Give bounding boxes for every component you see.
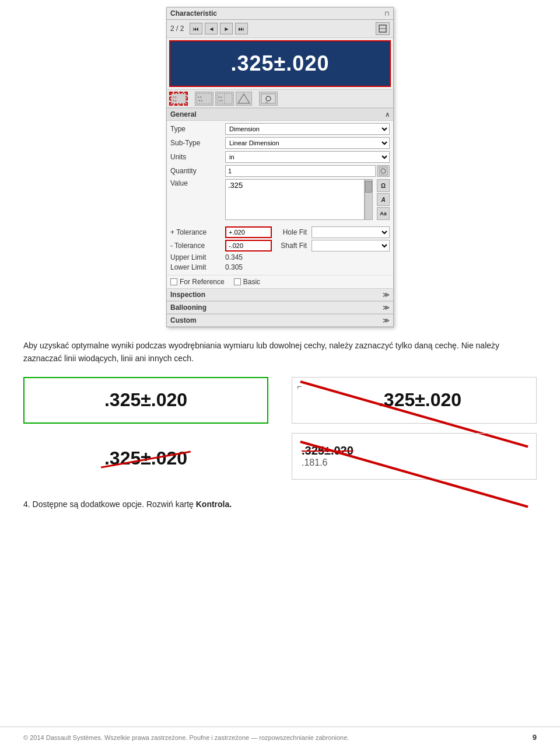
value-label: Value [170, 179, 223, 187]
for-reference-item: For Reference [170, 278, 225, 286]
hole-fit-select[interactable] [312, 226, 390, 238]
svg-text:+: + [265, 100, 268, 104]
shaft-fit-select[interactable] [312, 240, 390, 252]
basic-item: Basic [234, 278, 260, 286]
omega-btn[interactable]: Ω [377, 179, 390, 192]
panel-wrapper: Characteristic ⊓ 2 / 2 ⏮ ◄ ► ⏭ .325±.020… [0, 0, 560, 327]
subtype-label: Sub-Type [170, 139, 223, 147]
toolbar-icon-3[interactable]: x.x -x.x [215, 92, 234, 106]
subtype-select[interactable]: Linear Dimension [225, 137, 390, 149]
bad-bottom-right-line1: .325±.020 [302, 444, 527, 457]
toolbar-icon-2[interactable]: x.x -x.x [195, 92, 214, 106]
nav-extra-button[interactable] [376, 22, 390, 35]
nav-first-button[interactable]: ⏮ [190, 23, 202, 34]
example-left-column: .325±.020 .325±.020 [23, 377, 268, 482]
main-content: Aby uzyskać optymalne wyniki podczas wyo… [0, 327, 560, 530]
general-section-header[interactable]: General ∧ [167, 108, 393, 121]
value-scrollbar[interactable] [365, 179, 373, 220]
body-paragraph: Aby uzyskać optymalne wyniki podczas wyo… [23, 339, 537, 365]
type-select[interactable]: Dimension [225, 123, 390, 135]
examples-row: .325±.020 .325±.020 ⌐ .325±.020 [23, 377, 537, 482]
general-section-label: General [170, 110, 197, 118]
upper-limit-value: 0.345 [225, 253, 243, 261]
bad-example-bottom-left: .325±.020 [23, 435, 268, 482]
quantity-label: Quantity [170, 167, 223, 175]
plus-tolerance-label: + Tolerance [170, 228, 223, 236]
units-row: Units in [170, 151, 390, 163]
subtype-row: Sub-Type Linear Dimension [170, 137, 390, 149]
preview-dimension-text: .325±.020 [231, 51, 330, 76]
inspection-section-header[interactable]: Inspection ≫ [167, 288, 393, 301]
upper-limit-row: Upper Limit 0.345 [170, 253, 390, 261]
svg-text:-x.x: -x.x [198, 99, 203, 102]
quantity-input[interactable] [225, 165, 376, 177]
ballooning-collapse-arrow: ≫ [383, 304, 390, 312]
value-row: Value .325 Ω A Aa [170, 179, 390, 220]
ballooning-section-header[interactable]: Ballooning ≫ [167, 301, 393, 314]
step4-bold-text: Kontrola. [196, 499, 232, 509]
lower-limit-label: Lower Limit [170, 263, 223, 271]
toolbar-icon-1[interactable]: x.x x.x [169, 92, 188, 106]
svg-text:x.x: x.x [173, 99, 177, 102]
lower-limit-row: Lower Limit 0.305 [170, 263, 390, 271]
value-textarea[interactable]: .325 [225, 179, 365, 220]
nav-next-button[interactable]: ► [220, 23, 233, 34]
panel-pin-icon[interactable]: ⊓ [384, 10, 390, 18]
step4-main-text: 4. Dostępne są dodatkowe opcje. Rozwiń k… [23, 499, 196, 509]
step4-text: 4. Dostępne są dodatkowe opcje. Rozwiń k… [23, 499, 537, 509]
corner-mark-icon: ⌐ [297, 382, 302, 392]
quantity-icon-btn[interactable] [377, 165, 390, 177]
minus-tolerance-input[interactable] [225, 240, 272, 252]
basic-checkbox[interactable] [234, 278, 241, 285]
upper-limit-label: Upper Limit [170, 253, 223, 261]
inspection-collapse-arrow: ≫ [383, 291, 390, 299]
panel-titlebar: Characteristic ⊓ [167, 8, 393, 20]
type-label: Type [170, 125, 223, 133]
inspection-section-label: Inspection [170, 291, 205, 299]
toolbar-icon-4[interactable] [236, 92, 252, 106]
svg-rect-16 [379, 167, 387, 175]
plus-tolerance-row: + Tolerance Hole Fit [170, 226, 390, 238]
svg-marker-12 [238, 94, 250, 103]
footer: © 2014 Dassault Systèmes. Wszelkie prawa… [0, 726, 560, 742]
font-btn[interactable]: A [377, 193, 390, 206]
value-side-buttons: Ω A Aa [377, 179, 390, 220]
for-reference-label: For Reference [180, 278, 225, 286]
panel-title: Characteristic [170, 9, 217, 18]
basic-label: Basic [243, 278, 260, 286]
custom-section-header[interactable]: Custom ≫ [167, 314, 393, 327]
example-right-column: ⌐ .325±.020 .325±.020 .181.6 [292, 377, 537, 480]
plus-tolerance-input[interactable] [225, 226, 272, 238]
nav-last-button[interactable]: ⏭ [235, 23, 248, 34]
bad-example-bottom-right: .325±.020 .181.6 [292, 433, 537, 480]
value-area-wrapper: .325 [225, 179, 373, 220]
bad-example-top-right: ⌐ .325±.020 [292, 377, 537, 424]
shaft-fit-label: Shaft Fit [274, 242, 309, 250]
characteristic-panel: Characteristic ⊓ 2 / 2 ⏮ ◄ ► ⏭ .325±.020… [166, 7, 394, 327]
toolbar-row: x.x x.x x.x -x.x x.x -x.x [167, 89, 393, 108]
fontsize-btn[interactable]: Aa [377, 207, 390, 220]
bad-bottom-right-line2: .181.6 [302, 457, 527, 468]
custom-collapse-arrow: ≫ [383, 317, 390, 324]
nav-row: 2 / 2 ⏮ ◄ ► ⏭ [167, 20, 393, 38]
nav-prev-button[interactable]: ◄ [205, 23, 218, 34]
minus-tolerance-label: - Tolerance [170, 242, 223, 250]
tolerance-section: + Tolerance Hole Fit - Tolerance Shaft F… [167, 225, 393, 275]
hole-fit-label: Hole Fit [274, 228, 309, 236]
quantity-input-wrapper [225, 165, 390, 177]
good-example-text: .325±.020 [104, 389, 187, 411]
checkbox-row: For Reference Basic [167, 275, 393, 288]
toolbar-icon-5[interactable]: + [259, 92, 278, 106]
units-select[interactable]: in [225, 151, 390, 163]
general-collapse-arrow: ∧ [385, 111, 390, 118]
preview-area: .325±.020 [169, 40, 391, 87]
type-row: Type Dimension [170, 123, 390, 135]
footer-copyright: © 2014 Dassault Systèmes. Wszelkie prawa… [23, 734, 349, 741]
units-label: Units [170, 153, 223, 161]
general-form-section: Type Dimension Sub-Type Linear Dimension… [167, 121, 393, 225]
good-example-box: .325±.020 [23, 377, 268, 424]
for-reference-checkbox[interactable] [170, 278, 177, 285]
lower-limit-value: 0.305 [225, 263, 243, 271]
svg-text:-x.x: -x.x [218, 99, 223, 102]
svg-rect-13 [261, 94, 275, 103]
